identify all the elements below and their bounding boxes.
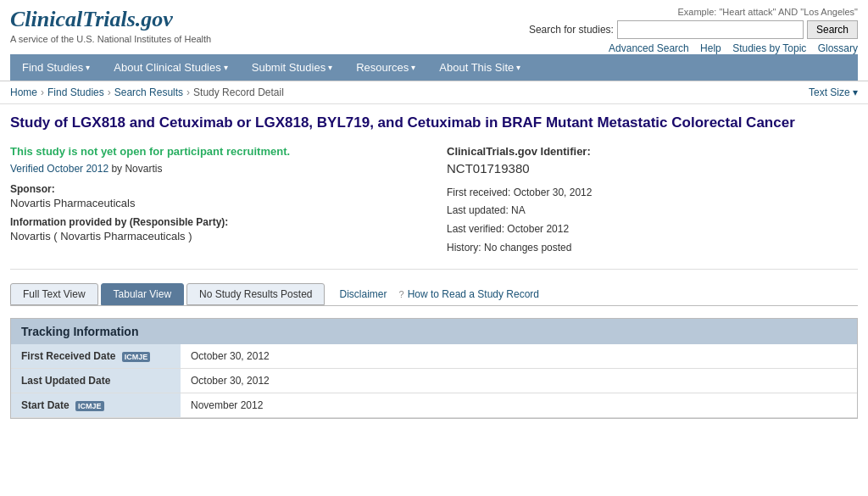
search-label: Search for studies: <box>529 24 614 36</box>
site-tagline: A service of the U.S. National Institute… <box>10 34 211 44</box>
first-received: First received: October 30, 2012 <box>447 184 858 203</box>
tracking-row-first-received: First Received Date ICMJE October 30, 20… <box>11 344 857 369</box>
nav-submit-arrow: ▾ <box>328 63 332 72</box>
studies-by-topic-link[interactable]: Studies by Topic <box>732 42 806 54</box>
tracking-table: First Received Date ICMJE October 30, 20… <box>11 344 857 418</box>
tracking-value-first-received: October 30, 2012 <box>181 344 857 369</box>
nav-about-clinical-label: About Clinical Studies <box>114 61 220 74</box>
nav-resources[interactable]: Resources ▾ <box>344 54 427 81</box>
breadcrumb-home[interactable]: Home <box>10 86 37 98</box>
nav-about-clinical-studies[interactable]: About Clinical Studies ▾ <box>102 54 239 81</box>
study-dates: First received: October 30, 2012 Last up… <box>447 184 858 257</box>
main-content: Study of LGX818 and Cetuximab or LGX818,… <box>0 104 868 427</box>
search-area: Example: "Heart attack" AND "Los Angeles… <box>529 7 858 54</box>
breadcrumb-search-results[interactable]: Search Results <box>114 86 183 98</box>
help-icon: ? <box>399 289 404 299</box>
tracking-value-last-updated: October 30, 2012 <box>181 369 857 393</box>
last-verified: Last verified: October 2012 <box>447 220 858 239</box>
nav-find-studies-label: Find Studies <box>22 61 83 74</box>
nav-resources-arrow: ▾ <box>411 63 415 72</box>
nav-resources-label: Resources <box>356 61 409 74</box>
nav-about-clinical-arrow: ▾ <box>224 63 228 72</box>
tab-full-text-view[interactable]: Full Text View <box>10 283 98 305</box>
sponsor-name: Novartis Pharmaceuticals <box>10 197 421 209</box>
verified-link[interactable]: Verified October 2012 <box>10 163 108 175</box>
site-logo[interactable]: ClinicalTrials.gov <box>10 7 211 32</box>
search-links: Advanced Search Help Studies by Topic Gl… <box>529 42 858 54</box>
navbar: Find Studies ▾ About Clinical Studies ▾ … <box>10 54 858 81</box>
tracking-header: Tracking Information <box>11 319 857 344</box>
sponsor-label: Sponsor: <box>10 183 421 195</box>
glossary-link[interactable]: Glossary <box>818 42 858 54</box>
text-size-control[interactable]: Text Size ▾ <box>809 86 858 98</box>
study-info: This study is not yet open for participa… <box>10 145 858 270</box>
responsible-party-value: Novartis ( Novartis Pharmaceuticals ) <box>10 230 421 242</box>
nav-find-studies[interactable]: Find Studies ▾ <box>10 54 102 81</box>
help-link[interactable]: Help <box>700 42 721 54</box>
identifier-label: ClinicalTrials.gov Identifier: <box>447 145 858 158</box>
info-left: This study is not yet open for participa… <box>10 145 421 257</box>
breadcrumb: Home › Find Studies › Search Results › S… <box>0 81 868 104</box>
tracking-label-last-updated: Last Updated Date <box>11 369 181 393</box>
tracking-row-last-updated: Last Updated Date October 30, 2012 <box>11 369 857 393</box>
responsible-party-label: Information provided by (Responsible Par… <box>10 216 421 228</box>
tracking-section: Tracking Information First Received Date… <box>10 318 858 419</box>
icmje-badge-1: ICMJE <box>122 352 151 362</box>
advanced-search-link[interactable]: Advanced Search <box>609 42 689 54</box>
tab-tabular-view[interactable]: Tabular View <box>101 283 184 305</box>
last-updated: Last updated: NA <box>447 202 858 220</box>
tab-no-study-results[interactable]: No Study Results Posted <box>186 283 325 305</box>
tracking-value-start-date: November 2012 <box>181 393 857 418</box>
history: History: No changes posted <box>447 239 858 258</box>
nav-about-this-site[interactable]: About This Site ▾ <box>427 54 532 81</box>
info-right: ClinicalTrials.gov Identifier: NCT017193… <box>447 145 858 257</box>
tabs-row: Full Text View Tabular View No Study Res… <box>10 283 858 306</box>
search-example: Example: "Heart attack" AND "Los Angeles… <box>529 7 858 17</box>
nav-submit-studies[interactable]: Submit Studies ▾ <box>240 54 344 81</box>
how-to-link[interactable]: ? How to Read a Study Record <box>399 288 540 300</box>
search-button[interactable]: Search <box>807 20 858 39</box>
tracking-label-first-received: First Received Date ICMJE <box>11 344 181 369</box>
nav-about-site-arrow: ▾ <box>516 63 520 72</box>
nav-about-site-label: About This Site <box>439 61 514 74</box>
tracking-row-start-date: Start Date ICMJE November 2012 <box>11 393 857 418</box>
disclaimer-link[interactable]: Disclaimer <box>339 288 387 300</box>
verified-info: Verified October 2012 by Novartis <box>10 163 421 175</box>
logo-area: ClinicalTrials.gov A service of the U.S.… <box>10 7 211 44</box>
search-input[interactable] <box>617 20 804 39</box>
nav-find-studies-arrow: ▾ <box>86 63 90 72</box>
breadcrumb-find-studies[interactable]: Find Studies <box>47 86 104 98</box>
study-status: This study is not yet open for participa… <box>10 145 421 158</box>
nav-submit-label: Submit Studies <box>252 61 326 74</box>
study-title: Study of LGX818 and Cetuximab or LGX818,… <box>10 113 858 133</box>
tracking-label-start-date: Start Date ICMJE <box>11 393 181 418</box>
identifier-value: NCT01719380 <box>447 161 858 176</box>
breadcrumb-current: Study Record Detail <box>193 86 284 98</box>
icmje-badge-2: ICMJE <box>75 401 104 411</box>
